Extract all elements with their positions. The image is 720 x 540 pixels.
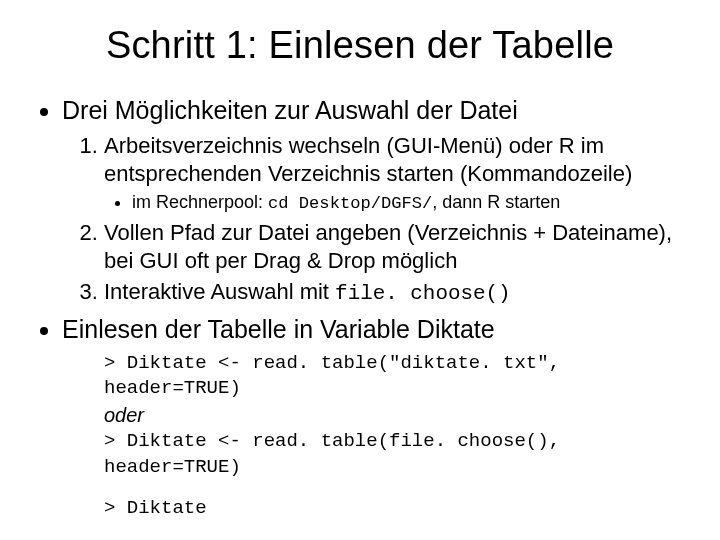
item-rechnerpool: im Rechnerpool: cd Desktop/DGFS/, dann R… bbox=[132, 191, 682, 215]
code-block: > Diktate <- read. table("diktate. txt",… bbox=[104, 351, 682, 522]
code-oder: oder bbox=[104, 404, 144, 426]
code-line-2: > Diktate <- read. table(file. choose(),… bbox=[104, 429, 682, 480]
numbered-list: Arbeitsverzeichnis wechseln (GUI-Menü) o… bbox=[62, 132, 682, 307]
code-line-3: > Diktate bbox=[104, 496, 682, 522]
item-fullpath: Vollen Pfad zur Datei angeben (Verzeichn… bbox=[104, 219, 682, 274]
sub-code: cd Desktop/DGFS/ bbox=[268, 194, 432, 213]
item-code: file. choose() bbox=[335, 282, 511, 305]
bullet-text: Drei Möglichkeiten zur Auswahl der Datei bbox=[62, 96, 518, 124]
top-list: Drei Möglichkeiten zur Auswahl der Datei… bbox=[38, 95, 682, 522]
bullet-read-table: Einlesen der Tabelle in Variable Diktate… bbox=[62, 314, 682, 522]
sub-post: , dann R starten bbox=[432, 192, 560, 212]
item-pre: Interaktive Auswahl mit bbox=[104, 279, 335, 304]
sub-pre: im Rechnerpool: bbox=[132, 192, 268, 212]
item-workdir: Arbeitsverzeichnis wechseln (GUI-Menü) o… bbox=[104, 132, 682, 215]
bullet-file-options: Drei Möglichkeiten zur Auswahl der Datei… bbox=[62, 95, 682, 308]
code-line-1: > Diktate <- read. table("diktate. txt",… bbox=[104, 351, 682, 402]
slide: Schritt 1: Einlesen der Tabelle Drei Mög… bbox=[0, 0, 720, 540]
item-text: Arbeitsverzeichnis wechseln (GUI-Menü) o… bbox=[104, 133, 632, 186]
sub-list: im Rechnerpool: cd Desktop/DGFS/, dann R… bbox=[104, 191, 682, 215]
bullet-text: Einlesen der Tabelle in Variable Diktate bbox=[62, 315, 495, 343]
item-text: Vollen Pfad zur Datei angeben (Verzeichn… bbox=[104, 220, 672, 273]
item-filechoose: Interaktive Auswahl mit file. choose() bbox=[104, 278, 682, 307]
slide-title: Schritt 1: Einlesen der Tabelle bbox=[38, 24, 682, 67]
